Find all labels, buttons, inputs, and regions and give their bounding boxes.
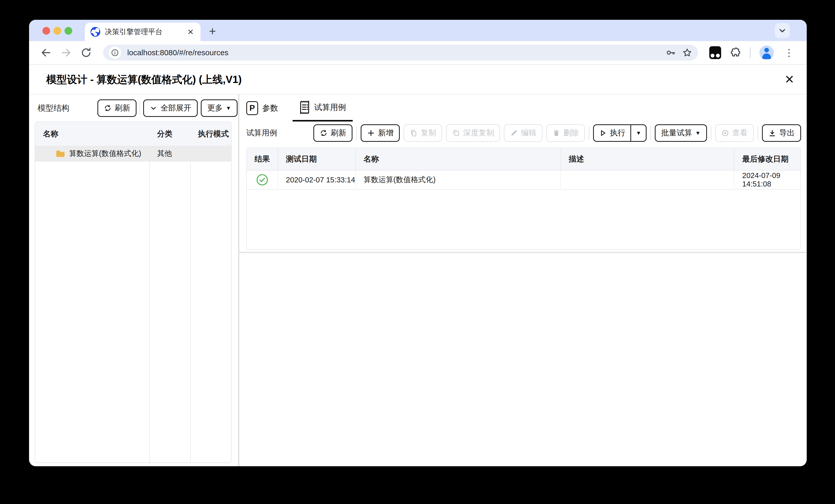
refresh-cases-label: 刷新 xyxy=(331,128,346,138)
window-zoom-button[interactable] xyxy=(64,27,72,35)
refresh-cases-button[interactable]: 刷新 xyxy=(313,124,352,142)
column-header-exec-mode: 执行模式 xyxy=(190,129,231,139)
button-separator xyxy=(140,101,140,115)
model-tree-table: 名称 分类 执行模式 算数运算(数值格式化) 其他 xyxy=(35,122,232,463)
profile-avatar[interactable] xyxy=(759,45,774,60)
column-header-test-date: 测试日期 xyxy=(278,148,356,170)
window-minimize-button[interactable] xyxy=(54,27,61,35)
button-separator xyxy=(650,126,651,140)
detail-panel: P 参数 试算用例 试算用例 刷新 xyxy=(239,94,807,466)
run-case-button[interactable]: 执行 xyxy=(594,125,631,141)
site-favicon-icon xyxy=(90,27,100,37)
window-close-button[interactable] xyxy=(42,27,50,35)
column-header-result: 结果 xyxy=(247,148,278,170)
site-info-icon[interactable] xyxy=(109,46,121,59)
run-options-button[interactable]: ▼ xyxy=(631,125,646,141)
forward-icon[interactable] xyxy=(60,47,72,58)
browser-tab[interactable]: 决策引擎管理平台 ✕ xyxy=(85,23,201,41)
toolbar-separator xyxy=(750,47,751,58)
more-button[interactable]: 更多 ▼ xyxy=(201,100,238,117)
extensions-puzzle-icon[interactable] xyxy=(730,47,741,58)
name-cell: 算数运算(数值格式化) xyxy=(356,171,561,189)
url-text[interactable]: localhost:8080/#/re/resources xyxy=(127,48,659,57)
column-divider xyxy=(190,122,191,462)
success-check-icon xyxy=(256,174,268,186)
tab-strip: 决策引擎管理平台 ✕ + xyxy=(29,20,807,41)
download-icon xyxy=(769,129,776,137)
batch-run-label: 批量试算 xyxy=(661,128,692,138)
column-header-category: 分类 xyxy=(149,129,190,139)
url-bar[interactable]: localhost:8080/#/re/resources xyxy=(103,45,698,61)
tab-search-button[interactable] xyxy=(775,23,790,38)
bookmark-star-icon[interactable] xyxy=(682,47,692,58)
test-case-toolbar: 试算用例 刷新 新增 复制 深度复制 xyxy=(239,122,807,144)
button-separator xyxy=(589,126,589,140)
chevron-down-icon xyxy=(150,104,157,112)
model-structure-header: 模型结构 刷新 全部展开 更多 ▼ xyxy=(35,94,238,122)
tree-node-label: 算数运算(数值格式化) xyxy=(69,148,141,159)
last-modified-cell: 2024-07-09 14:51:08 xyxy=(734,171,800,189)
detail-tabs: P 参数 试算用例 xyxy=(239,94,807,122)
play-icon xyxy=(599,129,607,137)
column-header-last-modified: 最后修改日期 xyxy=(734,148,800,170)
password-key-icon[interactable] xyxy=(666,47,676,58)
test-case-table-header: 结果 测试日期 名称 描述 最后修改日期 xyxy=(247,148,800,171)
refresh-tree-button[interactable]: 刷新 xyxy=(98,100,137,117)
reload-icon[interactable] xyxy=(80,47,92,58)
caret-down-icon: ▼ xyxy=(226,105,231,111)
add-case-label: 新增 xyxy=(378,128,393,138)
description-cell xyxy=(561,171,734,189)
test-case-list-icon xyxy=(299,101,310,114)
result-cell xyxy=(247,171,278,189)
more-label: 更多 xyxy=(207,103,223,113)
edit-case-label: 编辑 xyxy=(521,128,536,138)
view-icon xyxy=(721,129,729,137)
pinned-extension-icon[interactable] xyxy=(709,46,721,59)
expand-all-button[interactable]: 全部展开 xyxy=(143,100,198,117)
test-date-cell: 2020-02-07 15:33:14 xyxy=(278,171,356,189)
tab-parameters[interactable]: P 参数 xyxy=(246,94,278,122)
tab-test-cases[interactable]: 试算用例 xyxy=(292,94,353,122)
deep-copy-case-button[interactable]: 深度复制 xyxy=(446,124,500,142)
add-case-button[interactable]: 新增 xyxy=(361,124,400,142)
refresh-icon xyxy=(104,104,111,112)
browser-menu-icon[interactable]: ⋮ xyxy=(782,47,795,58)
edit-case-button[interactable]: 编辑 xyxy=(504,124,543,142)
caret-down-icon: ▼ xyxy=(636,130,641,135)
delete-case-button[interactable]: 删除 xyxy=(546,124,585,142)
caret-down-icon: ▼ xyxy=(695,130,700,135)
expand-all-label: 全部展开 xyxy=(160,103,191,113)
run-case-split-button: 执行 ▼ xyxy=(593,124,647,142)
model-structure-panel: 模型结构 刷新 全部展开 更多 ▼ 名称 xyxy=(29,94,238,466)
copy-case-label: 复制 xyxy=(421,128,436,138)
back-icon[interactable] xyxy=(40,47,52,58)
export-cases-button[interactable]: 导出 xyxy=(762,124,801,142)
button-separator xyxy=(711,126,711,140)
column-header-name: 名称 xyxy=(356,148,561,170)
page-close-icon[interactable]: ✕ xyxy=(782,72,796,86)
model-structure-title: 模型结构 xyxy=(35,103,69,113)
browser-window: 决策引擎管理平台 ✕ + localhost:8080/#/re/resourc… xyxy=(29,20,807,466)
batch-run-button[interactable]: 批量试算 ▼ xyxy=(655,124,707,142)
delete-case-label: 删除 xyxy=(563,128,579,138)
parameter-icon: P xyxy=(246,101,258,115)
test-case-section-title: 试算用例 xyxy=(246,128,277,138)
export-cases-label: 导出 xyxy=(779,128,795,138)
page-title: 模型设计 - 算数运算(数值格式化) (上线,V1) xyxy=(46,72,242,87)
tree-cell-category: 其他 xyxy=(149,148,190,159)
test-case-row[interactable]: 2020-02-07 15:33:14 算数运算(数值格式化) 2024-07-… xyxy=(247,171,800,190)
new-tab-button[interactable]: + xyxy=(209,23,216,39)
run-case-label: 执行 xyxy=(610,128,625,138)
page-header: 模型设计 - 算数运算(数值格式化) (上线,V1) ✕ xyxy=(29,65,807,94)
refresh-tree-label: 刷新 xyxy=(115,103,130,113)
folder-icon xyxy=(56,150,65,158)
view-case-button[interactable]: 查看 xyxy=(715,124,754,142)
copy-case-button[interactable]: 复制 xyxy=(404,124,442,142)
plus-icon xyxy=(367,129,375,137)
tree-node[interactable]: 算数运算(数值格式化) xyxy=(35,148,149,159)
view-case-label: 查看 xyxy=(732,128,748,138)
tab-test-cases-label: 试算用例 xyxy=(314,102,346,113)
tree-row-selected[interactable]: 算数运算(数值格式化) 其他 xyxy=(35,146,231,161)
copy-icon xyxy=(410,129,418,137)
tab-close-icon[interactable]: ✕ xyxy=(186,27,195,37)
